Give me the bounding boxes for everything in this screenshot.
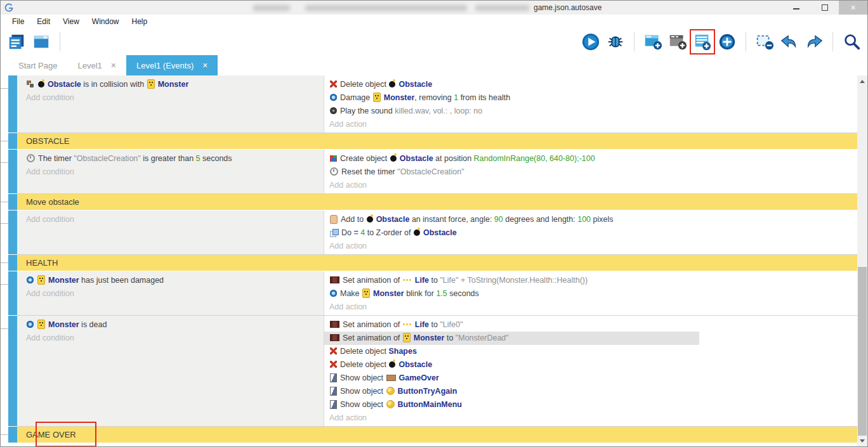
- event-text: Damage: [340, 93, 372, 102]
- start-page-icon[interactable]: [32, 32, 51, 51]
- redo-icon[interactable]: [805, 32, 824, 51]
- action-line[interactable]: Show object GameOver: [329, 372, 858, 385]
- menu-edit[interactable]: Edit: [30, 17, 56, 26]
- add-object-icon[interactable]: [718, 32, 737, 51]
- condition-line[interactable]: The timer "ObstacleCreation" is greater …: [26, 152, 324, 165]
- add-condition-button[interactable]: Add condition: [26, 165, 324, 179]
- selection-bar[interactable]: [8, 75, 17, 133]
- menu-file[interactable]: File: [6, 17, 30, 26]
- add-condition-button[interactable]: Add condition: [26, 91, 324, 105]
- tree-gutter: [1, 194, 8, 210]
- action-line[interactable]: Create object Obstacle at position Rando…: [329, 152, 858, 165]
- scroll-up-icon[interactable]: [857, 76, 867, 86]
- action-line[interactable]: Set animation of Monster to "MonsterDead…: [324, 332, 699, 345]
- add-action-button[interactable]: Add action: [329, 240, 858, 253]
- tab-label: Start Page: [18, 61, 57, 70]
- event-group-move-obstacle[interactable]: Move obstacle: [1, 194, 858, 210]
- object-name: Life: [415, 276, 429, 285]
- conditions-column: Add condition: [17, 211, 324, 254]
- menu-view[interactable]: View: [56, 17, 86, 26]
- event-text: an instant force, angle:: [409, 215, 494, 224]
- add-event-icon[interactable]: [693, 32, 712, 51]
- action-line[interactable]: Delete object Obstacle: [329, 358, 858, 372]
- action-line[interactable]: Set animation of Life to "Life" + ToStri…: [329, 274, 858, 287]
- event-body: Monster has just been damagedAdd conditi…: [17, 271, 858, 315]
- search-icon[interactable]: [842, 32, 861, 51]
- action-line[interactable]: Do = 4 to Z-order of Obstacle: [329, 226, 858, 240]
- tab-start-page[interactable]: Start Page: [8, 55, 67, 75]
- selection-bar[interactable]: [8, 255, 17, 271]
- action-line[interactable]: Reset the timer "ObstacleCreation": [329, 165, 858, 179]
- event-text: is dead: [79, 320, 107, 329]
- damage-icon: [330, 94, 337, 101]
- add-condition-button[interactable]: Add condition: [26, 287, 324, 301]
- action-line[interactable]: Delete object Obstacle: [329, 78, 858, 91]
- action-line[interactable]: Add to Obstacle an instant force, angle:…: [329, 213, 858, 226]
- selection-bar[interactable]: [8, 427, 17, 443]
- tab-level1[interactable]: Level1×: [67, 55, 126, 75]
- condition-line[interactable]: Obstacle is in collision with Monster: [26, 78, 324, 91]
- object-name: Life: [415, 320, 429, 329]
- undo-icon[interactable]: [780, 32, 799, 51]
- debug-icon[interactable]: [606, 32, 625, 51]
- selection-bar[interactable]: [8, 316, 17, 426]
- condition-line[interactable]: Monster is dead: [26, 318, 324, 332]
- vertical-scrollbar[interactable]: [857, 75, 867, 446]
- object-name: Obstacle: [398, 80, 432, 89]
- tab-level1-events[interactable]: Level1 (Events)×: [126, 55, 218, 75]
- selection-bar[interactable]: [8, 271, 17, 315]
- event-group-obstacle[interactable]: OBSTACLE: [1, 133, 858, 149]
- add-condition-button[interactable]: Add condition: [26, 213, 324, 226]
- object-name: Monster: [48, 276, 79, 285]
- project-manager-icon[interactable]: [7, 32, 26, 51]
- action-line[interactable]: Set animation of Life to "Life0": [329, 318, 858, 332]
- group-label: Move obstacle: [17, 194, 858, 210]
- action-line[interactable]: Make Monster blink for 1.5 seconds: [329, 287, 858, 301]
- selection-bar[interactable]: [8, 133, 17, 149]
- damage-icon: [27, 276, 34, 283]
- add-action-button[interactable]: Add action: [329, 301, 858, 314]
- event-text: 100: [577, 215, 591, 224]
- minimize-button[interactable]: [782, 1, 810, 15]
- add-action-button[interactable]: Add action: [329, 411, 858, 425]
- conditions-column: The timer "ObstacleCreation" is greater …: [17, 150, 324, 193]
- show-icon: [330, 400, 337, 409]
- conditions-column: Monster is deadAdd condition: [17, 316, 324, 426]
- action-line[interactable]: Play the sound killed.wav, vol.: , loop:…: [329, 105, 858, 118]
- close-button[interactable]: ×: [839, 1, 867, 15]
- close-tab-icon[interactable]: ×: [202, 60, 207, 70]
- event-text: Show object: [340, 373, 386, 382]
- action-line[interactable]: Show object ButtonTryAgain: [329, 385, 858, 398]
- event-text: Do: [341, 228, 353, 237]
- menu-window[interactable]: Window: [86, 17, 126, 26]
- action-line[interactable]: Show object ButtonMainMenu: [329, 398, 858, 411]
- event-text: Set animation of: [343, 334, 402, 342]
- add-scene-icon[interactable]: [643, 32, 662, 51]
- action-line[interactable]: Delete object Shapes: [329, 345, 858, 358]
- selection-bar[interactable]: [8, 150, 17, 193]
- blurred-path-segment: [475, 5, 529, 11]
- blurred-path-segment: [305, 5, 467, 11]
- event-group-health[interactable]: HEALTH: [1, 255, 858, 271]
- menu-help[interactable]: Help: [126, 17, 154, 26]
- scrollbar-thumb[interactable]: [858, 267, 867, 436]
- conditions-column: Obstacle is in collision with MonsterAdd…: [17, 75, 324, 133]
- tab-label: Level1 (Events): [136, 61, 194, 70]
- remove-instance-icon[interactable]: [755, 32, 774, 51]
- scroll-down-icon[interactable]: [857, 436, 867, 446]
- action-line[interactable]: Damage Monster, removing 1 from its heal…: [329, 91, 858, 105]
- close-tab-icon[interactable]: ×: [111, 60, 116, 70]
- add-action-button[interactable]: Add action: [329, 118, 858, 131]
- selection-bar[interactable]: [8, 194, 17, 210]
- condition-line[interactable]: Monster has just been damaged: [26, 274, 324, 287]
- add-condition-button[interactable]: Add condition: [26, 332, 324, 345]
- selection-bar[interactable]: [8, 211, 17, 254]
- event-body: Monster is deadAdd conditionSet animatio…: [17, 316, 858, 426]
- tree-gutter: [1, 255, 8, 271]
- add-external-events-icon[interactable]: [668, 32, 687, 51]
- event-text: Add to: [341, 215, 366, 224]
- restore-button[interactable]: [810, 1, 839, 15]
- add-action-button[interactable]: Add action: [329, 179, 858, 192]
- event-group-game-over[interactable]: GAME OVER: [1, 427, 858, 443]
- play-icon[interactable]: [581, 32, 600, 51]
